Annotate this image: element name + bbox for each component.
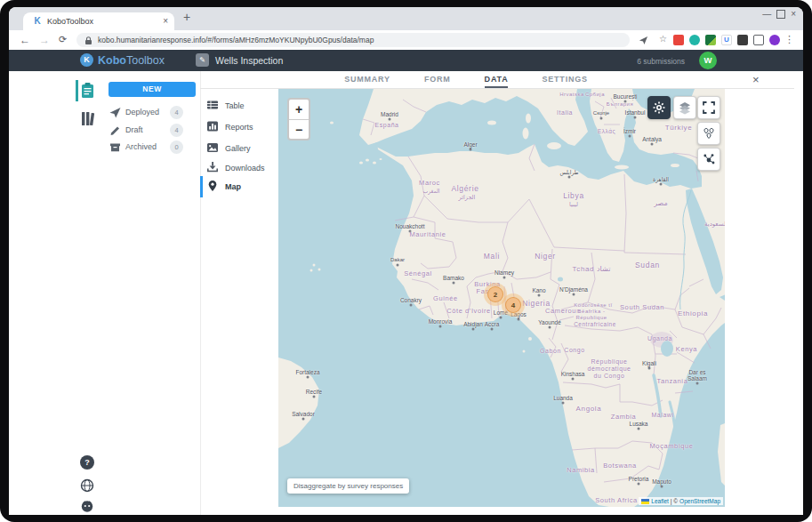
sidebar-item-archived[interactable]: Archived 0 xyxy=(109,141,198,155)
map-markers-button[interactable] xyxy=(697,122,720,145)
map-cluster-button[interactable] xyxy=(697,148,720,171)
cluster-marker[interactable]: 4 xyxy=(502,293,525,317)
extension-icon-4[interactable]: U xyxy=(721,35,732,45)
language-globe-icon[interactable] xyxy=(80,478,94,493)
city-dot xyxy=(313,396,316,398)
map-label: القاهرة xyxy=(653,176,669,182)
map-label: Kano xyxy=(532,287,545,293)
sidebar-item-deployed[interactable]: Deployed 4 xyxy=(109,106,198,120)
city-dot xyxy=(491,328,494,331)
extension-icon-3[interactable] xyxy=(705,35,716,45)
map-label: Algérie xyxy=(451,184,478,193)
attribution-separator: | © xyxy=(671,498,678,504)
tab-settings[interactable]: SETTINGS xyxy=(542,71,587,88)
draft-count-badge: 4 xyxy=(170,124,183,137)
subnav-item-label: Table xyxy=(225,101,245,110)
map-label: Conakry xyxy=(400,297,422,303)
tab-summary[interactable]: SUMMARY xyxy=(344,71,390,88)
sidebar-item-label: Archived xyxy=(125,142,157,151)
kobo-logo-icon[interactable]: K xyxy=(80,53,93,67)
view-tabs: SUMMARY FORM DATA SETTINGS xyxy=(200,71,794,89)
profile-avatar-icon[interactable] xyxy=(769,35,780,45)
extension-icon-1[interactable] xyxy=(673,35,684,45)
city-dot xyxy=(648,367,651,370)
city-dot xyxy=(439,325,442,328)
extension-icon-5[interactable] xyxy=(737,35,748,45)
city-dot xyxy=(472,328,475,331)
map-label: Niger xyxy=(535,252,556,261)
project-title[interactable]: Wells Inspection xyxy=(215,55,283,66)
new-tab-button[interactable]: + xyxy=(183,10,190,24)
subnav-item-downloads[interactable]: Downloads xyxy=(206,161,276,176)
projects-clipboard-icon[interactable] xyxy=(80,82,95,99)
app-body: ? NEW Deployed 4 Draft 4 Archived 0 Tabl… xyxy=(9,71,803,515)
library-icon[interactable] xyxy=(80,110,95,127)
map-label: مصر xyxy=(654,199,668,207)
address-bar[interactable]: kobo.humanitarianresponse.info/#/forms/a… xyxy=(76,33,630,47)
draft-icon xyxy=(109,124,121,136)
maximize-button[interactable] xyxy=(776,10,785,19)
rail-active-indicator xyxy=(76,80,78,101)
map-label: Tanzania xyxy=(657,377,688,385)
browser-menu-icon[interactable]: ⋮ xyxy=(784,34,794,45)
map-label: Dakar xyxy=(390,257,405,262)
zoom-out-button[interactable]: − xyxy=(289,120,309,140)
subnav-item-label: Reports xyxy=(225,123,253,132)
subnav-item-map[interactable]: Map xyxy=(206,180,276,195)
tab-data[interactable]: DATA xyxy=(485,71,509,88)
map-label: Luanda xyxy=(553,395,573,401)
leaflet-link[interactable]: Leaflet xyxy=(651,498,669,504)
zoom-control: + − xyxy=(287,98,310,141)
kobo-logo-text[interactable]: KoboToolbox xyxy=(98,54,165,67)
map-label: République xyxy=(575,315,607,320)
back-icon[interactable]: ← xyxy=(20,34,30,46)
subnav-item-reports[interactable]: Reports xyxy=(206,120,276,135)
close-window-button[interactable]: × xyxy=(791,9,796,19)
map-label: Niamey xyxy=(494,269,514,276)
city-dot xyxy=(538,294,541,297)
reload-icon[interactable]: ⟳ xyxy=(59,34,67,45)
map-settings-button[interactable] xyxy=(647,96,671,119)
sidebar-item-label: Deployed xyxy=(125,108,159,116)
map-label: Botswana xyxy=(603,462,637,470)
map-layers-button[interactable] xyxy=(673,96,696,119)
extension-icon-2[interactable] xyxy=(689,35,700,45)
tab-form[interactable]: FORM xyxy=(424,71,451,88)
bookmark-star-icon[interactable]: ☆ xyxy=(659,34,667,44)
map-label: Italia xyxy=(557,109,573,116)
tab-groups-icon[interactable] xyxy=(753,35,764,45)
map-label: Ελλάς xyxy=(598,128,615,134)
map-expand-button[interactable] xyxy=(697,96,720,119)
sidebar-item-draft[interactable]: Draft 4 xyxy=(109,124,198,138)
close-project-icon[interactable]: × xyxy=(752,73,760,86)
osm-link[interactable]: OpenStreetMap xyxy=(679,498,720,504)
new-project-button[interactable]: NEW xyxy=(109,82,196,97)
city-dot xyxy=(453,282,455,285)
share-icon[interactable] xyxy=(639,36,648,45)
map-container[interactable]: EspañaMadridItaliaHrvatskaСрбијаBucureșt… xyxy=(278,89,725,507)
forward-icon[interactable]: → xyxy=(39,34,50,46)
map-label: Libya xyxy=(563,191,584,200)
kobo-favicon-icon: K xyxy=(32,16,43,27)
map-label: République xyxy=(591,358,627,365)
tab-close-icon[interactable]: × xyxy=(163,16,168,26)
map-label: Kinshasa xyxy=(561,371,585,377)
map-label: South Africa xyxy=(595,496,638,504)
map-label: Alger xyxy=(463,141,477,148)
minimize-button[interactable]: — xyxy=(762,9,771,19)
map-label: Madrid xyxy=(381,111,398,117)
map-label: Србија xyxy=(585,92,605,97)
github-icon[interactable] xyxy=(80,499,94,513)
help-icon[interactable]: ? xyxy=(80,455,94,470)
map-label: Namibia xyxy=(567,466,595,474)
cluster-icon xyxy=(703,153,715,165)
map-label: Maputo xyxy=(652,478,671,485)
browser-tab[interactable]: K KoboToolbox × xyxy=(23,12,174,30)
user-avatar[interactable]: W xyxy=(699,52,717,69)
disaggregate-button[interactable]: Disaggregate by survey responses xyxy=(287,478,409,494)
subnav-item-table[interactable]: Table xyxy=(206,99,276,114)
subnav-item-gallery[interactable]: Gallery xyxy=(206,141,276,157)
map-label: Mauritanie xyxy=(409,230,446,238)
subnav-active-indicator xyxy=(200,176,203,197)
zoom-in-button[interactable]: + xyxy=(289,100,309,120)
